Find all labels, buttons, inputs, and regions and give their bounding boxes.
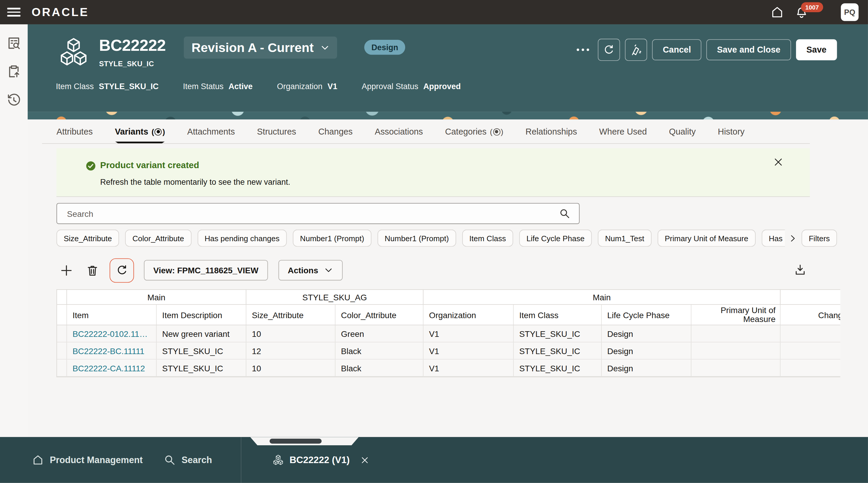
table-cell: Design xyxy=(602,359,691,376)
revision-label: Revision A - Current xyxy=(191,40,314,55)
tab-variants[interactable]: Variants() xyxy=(115,120,165,144)
filter-chip-number1-prompt-[interactable]: Number1 (Prompt) xyxy=(377,230,456,247)
column-header-item-class[interactable]: Item Class xyxy=(514,305,602,325)
table-cell xyxy=(691,343,781,359)
meta-item-status: Item StatusActive xyxy=(183,82,252,91)
page-title-item-number: BC22222 xyxy=(99,36,165,55)
highlighter-icon-button[interactable] xyxy=(625,39,647,61)
column-header-item-description[interactable]: Item Description xyxy=(157,305,246,325)
table-cell xyxy=(781,343,840,359)
taskbar-divider xyxy=(241,437,241,483)
menu-icon[interactable] xyxy=(7,8,21,17)
table-row[interactable]: BC22222-CA.11112STYLE_SKU_IC10BlackV1STY… xyxy=(57,359,840,377)
tab-label: Relationships xyxy=(526,127,577,137)
tab-attributes[interactable]: Attributes xyxy=(57,120,93,144)
tab-structures[interactable]: Structures xyxy=(257,120,297,144)
taskbar-active-item-tab[interactable]: BC22222 (V1) xyxy=(273,437,369,483)
refresh-header-button[interactable] xyxy=(598,39,620,61)
table-cell: Design xyxy=(602,325,691,342)
history-clock-icon[interactable] xyxy=(6,93,21,107)
filter-chip-has-pending-changes[interactable]: Has pending changes xyxy=(762,230,785,247)
home-icon[interactable] xyxy=(771,6,784,19)
tab-categories[interactable]: Categories() xyxy=(445,120,503,144)
taskbar-search[interactable]: Search xyxy=(164,437,212,483)
filter-chip-size-attribute[interactable]: Size_Attribute xyxy=(57,230,119,247)
tab-where-used[interactable]: Where Used xyxy=(599,120,647,144)
meta-value: Active xyxy=(228,82,253,91)
delete-icon[interactable] xyxy=(86,263,99,277)
save-button[interactable]: Save xyxy=(796,39,837,60)
item-link[interactable]: BC22222-0102.11… xyxy=(72,329,148,339)
column-header-organization[interactable]: Organization xyxy=(424,305,514,325)
download-icon[interactable] xyxy=(794,263,806,276)
item-meta-row: Item ClassSTYLE_SKU_ICItem StatusActiveO… xyxy=(56,82,461,91)
filter-chip-primary-unit-of-measure[interactable]: Primary Unit of Measure xyxy=(657,230,755,247)
column-header-size-attribute[interactable]: Size_Attribute xyxy=(246,305,336,325)
more-options-icon[interactable] xyxy=(576,42,590,57)
tab-quality[interactable]: Quality xyxy=(669,120,696,144)
search-input[interactable] xyxy=(66,203,555,223)
tab-relationships[interactable]: Relationships xyxy=(526,120,577,144)
table-cell: 10 xyxy=(246,359,336,376)
table-cell: STYLE_SKU_IC xyxy=(157,343,246,359)
notification-badge[interactable]: 1007 xyxy=(801,2,823,12)
meta-value: V1 xyxy=(328,82,337,91)
tab-changes[interactable]: Changes xyxy=(318,120,353,144)
decorative-banner-strip xyxy=(28,112,868,120)
left-rail xyxy=(0,24,28,437)
column-header-item[interactable]: Item xyxy=(67,305,157,325)
table-cell: STYLE_SKU_IC xyxy=(157,359,246,376)
avatar[interactable]: PQ xyxy=(841,3,859,21)
table-cell xyxy=(781,325,840,342)
row-selector-cell[interactable] xyxy=(57,343,67,359)
filter-chip-number1-prompt-[interactable]: Number1 (Prompt) xyxy=(293,230,371,247)
table-row[interactable]: BC22222-BC.11111STYLE_SKU_IC12BlackV1STY… xyxy=(57,343,840,360)
report-search-icon[interactable] xyxy=(6,36,21,50)
tab-attachments[interactable]: Attachments xyxy=(187,120,235,144)
save-and-close-button[interactable]: Save and Close xyxy=(707,39,791,60)
column-group-main: Main xyxy=(424,290,781,304)
row-selector-cell[interactable] xyxy=(57,359,67,376)
filter-chip-life-cycle-phase[interactable]: Life Cycle Phase xyxy=(519,230,592,247)
cancel-button[interactable]: Cancel xyxy=(652,39,701,60)
success-check-icon xyxy=(86,161,96,171)
pending-changes-indicator-icon: () xyxy=(490,127,503,136)
clipboard-upload-icon[interactable] xyxy=(6,64,21,78)
add-icon[interactable] xyxy=(60,263,73,277)
column-header-color-attribute[interactable]: Color_Attribute xyxy=(335,305,423,325)
item-link[interactable]: BC22222-BC.11111 xyxy=(72,346,145,356)
filter-chip-item-class[interactable]: Item Class xyxy=(462,230,514,247)
taskbar-product-management[interactable]: Product Management xyxy=(32,437,143,483)
meta-value: STYLE_SKU_IC xyxy=(99,82,158,91)
revision-selector[interactable]: Revision A - Current xyxy=(184,36,337,59)
column-group-blank xyxy=(781,290,840,304)
chips-scroll-right-icon[interactable] xyxy=(788,234,797,243)
row-selector-cell[interactable] xyxy=(57,325,67,342)
refresh-icon xyxy=(115,264,128,277)
table-row[interactable]: BC22222-0102.11…New green variant10Green… xyxy=(57,325,840,343)
search-icon[interactable] xyxy=(559,208,570,219)
taskbar-home-label: Product Management xyxy=(50,455,143,465)
refresh-table-button[interactable] xyxy=(110,258,134,283)
taskbar-tab-label: BC22222 (V1) xyxy=(289,454,349,465)
filter-chip-has-pending-changes[interactable]: Has pending changes xyxy=(197,230,287,247)
close-tab-icon[interactable] xyxy=(360,456,369,464)
column-header-change[interactable]: Change xyxy=(781,305,840,325)
table-cell xyxy=(781,359,840,376)
tab-history[interactable]: History xyxy=(718,120,745,144)
filter-chip-color-attribute[interactable]: Color_Attribute xyxy=(125,230,191,247)
tab-associations[interactable]: Associations xyxy=(375,120,423,144)
item-link[interactable]: BC22222-CA.11112 xyxy=(72,363,145,373)
table-cell: STYLE_SKU_IC xyxy=(514,359,602,376)
filters-button[interactable]: Filters xyxy=(801,230,837,247)
banner-close-icon[interactable] xyxy=(773,157,783,167)
filter-chip-num1-test[interactable]: Num1_Test xyxy=(598,230,651,247)
table-cell: STYLE_SKU_IC xyxy=(514,343,602,359)
actions-menu-button[interactable]: Actions xyxy=(278,260,342,281)
column-header-primary-unit-of-measure[interactable]: Primary Unit of Measure xyxy=(691,305,781,325)
item-link-cell: BC22222-CA.11112 xyxy=(67,359,157,376)
column-header-life-cycle-phase[interactable]: Life Cycle Phase xyxy=(602,305,691,325)
table-cell: 12 xyxy=(246,343,336,359)
view-selector-button[interactable]: View: FPMC_118625_VIEW xyxy=(144,260,268,281)
pending-changes-indicator-icon: () xyxy=(152,127,165,136)
